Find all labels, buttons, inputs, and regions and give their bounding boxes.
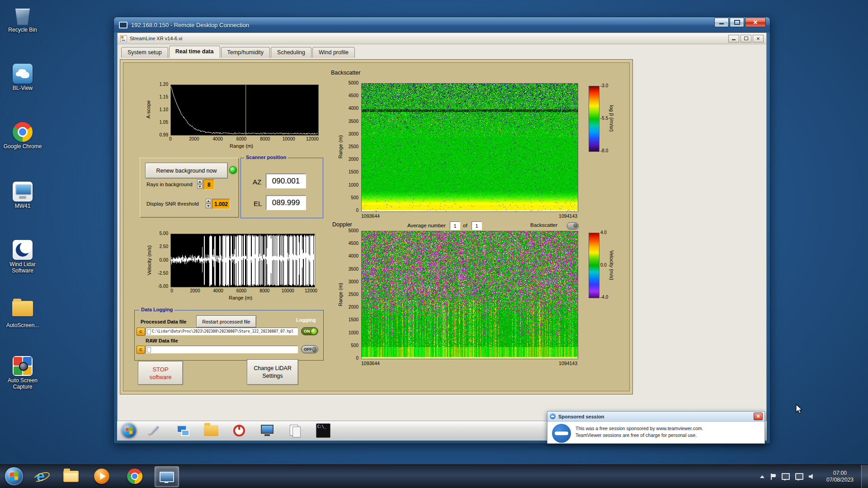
rdp-close-button[interactable]: ✕	[745, 18, 766, 27]
app-minimize-button[interactable]	[728, 35, 739, 42]
snr-threshold-value[interactable]: 1.002	[212, 199, 230, 209]
tab-wind-profile[interactable]: Wind profile	[312, 47, 355, 58]
axis-tick-label: 5000	[349, 81, 359, 85]
volume-tray-icon[interactable]	[809, 474, 815, 479]
desktop-icon-google-chrome[interactable]: Google Chrome	[1, 122, 44, 150]
taskbar-clock[interactable]: 07:00 07/08/2023	[821, 470, 859, 483]
of-label: of	[463, 223, 467, 228]
velocity-x-ticks: 020004000600080001000012000	[172, 288, 311, 294]
axis-tick-label: -5.5	[600, 116, 608, 121]
doppler-colorbar	[589, 233, 599, 298]
quick-launch-power-icon[interactable]	[233, 425, 245, 436]
axis-tick-label: 3500	[349, 119, 359, 124]
quick-launch-monitor-icon[interactable]	[260, 423, 274, 438]
teamviewer-message-line1: This was a free session sponsored by www…	[576, 426, 703, 431]
remote-start-button[interactable]	[122, 423, 137, 438]
bl-view-icon	[13, 64, 33, 84]
desktop-icon-bl-view[interactable]: BL-View	[1, 64, 44, 91]
tab-temp-humidity[interactable]: Temp/humidity	[221, 47, 270, 58]
rdp-minimize-button[interactable]	[714, 18, 729, 27]
axis-tick-label: 2.50	[160, 244, 168, 249]
desktop-icon-mw41[interactable]: MW41	[1, 182, 44, 209]
action-center-flag-icon[interactable]	[771, 474, 776, 480]
app-close-button[interactable]: ✕	[753, 35, 764, 42]
average-total-value[interactable]: 1	[472, 221, 482, 230]
axis-tick-label: 5000	[349, 229, 359, 233]
change-lidar-settings-button[interactable]: Change LiDAR Settings	[247, 359, 298, 385]
average-number-value[interactable]: 1	[450, 221, 460, 230]
taskbar-internet-explorer-icon[interactable]: e	[32, 467, 50, 485]
snr-threshold-label: Display SNR threshold	[146, 201, 199, 206]
processed-logging-toggle[interactable]: ON	[301, 327, 318, 335]
display-tray-icon[interactable]	[782, 473, 790, 480]
raw-logging-toggle[interactable]: OFF	[301, 345, 318, 353]
desktop-icon-recycle-bin[interactable]: Recycle Bin	[1, 5, 44, 33]
tab-real-time-data[interactable]: Real time data	[169, 46, 220, 58]
axis-tick-label: 4500	[349, 241, 359, 246]
processed-file-path: C:\Lidar\Data\Proc\2023\202308\20230807\…	[152, 329, 293, 333]
decrement-button[interactable]	[206, 204, 211, 208]
axis-tick-label: -2.50	[158, 271, 168, 276]
taskbar-media-player-icon[interactable]	[93, 467, 111, 485]
axis-tick-label: 1.10	[160, 108, 168, 112]
doppler-title: Doppler	[332, 221, 352, 228]
show-desktop-button[interactable]	[861, 465, 868, 488]
raw-file-path-field[interactable]	[146, 346, 298, 353]
quick-launch-network-icon[interactable]	[176, 423, 190, 438]
quick-launch-pen-icon[interactable]	[147, 423, 161, 438]
app-window: StreamLine XR v14-6.vi ✕ System setup Re…	[117, 33, 767, 421]
app-maximize-button[interactable]	[741, 35, 751, 42]
renew-background-button[interactable]: Renew background now	[145, 163, 228, 178]
axis-tick-label: 1.15	[160, 95, 168, 99]
x-end-label: 1094143	[559, 361, 577, 366]
increment-button[interactable]	[197, 179, 203, 184]
windows-taskbar: e 07:00 07/08/2023	[0, 465, 868, 488]
backscatter-toggle-label: Backscatter	[530, 222, 557, 228]
axis-tick-label: 2500	[349, 292, 359, 297]
show-hidden-icons-chevron[interactable]	[760, 475, 764, 478]
taskbar-chrome-icon[interactable]	[126, 467, 144, 485]
file-icon	[147, 329, 151, 334]
az-value: 090.001	[266, 174, 306, 188]
taskbar-explorer-icon[interactable]	[62, 467, 80, 485]
network-tray-icon[interactable]	[795, 473, 803, 480]
desktop-icon-autoscreen-folder[interactable]: AutoScreen...	[1, 298, 44, 328]
vi-icon	[120, 35, 127, 42]
quick-launch-files-icon[interactable]	[288, 423, 302, 438]
rdp-titlebar[interactable]: 192.168.0.150 - Remote Desktop Connectio…	[114, 17, 770, 33]
increment-button[interactable]	[206, 199, 211, 203]
axis-tick-label: 0.0	[600, 263, 607, 267]
processed-file-path-field[interactable]: C:\Lidar\Data\Proc\2023\202308\20230807\…	[146, 328, 298, 335]
teamviewer-close-button[interactable]: ✕	[754, 413, 763, 420]
drive-icon[interactable]: C	[137, 328, 145, 336]
axis-tick-label: 1.05	[160, 120, 168, 125]
axis-tick-label: 2000	[349, 305, 359, 310]
tab-scheduling[interactable]: Scheduling	[271, 47, 311, 58]
tab-system-setup[interactable]: System setup	[121, 47, 168, 58]
backscatter-display-toggle[interactable]	[567, 222, 579, 230]
stop-software-button[interactable]: STOP software	[138, 361, 183, 385]
axis-tick-label: 0	[356, 208, 359, 213]
settings-button-line2: Settings	[262, 372, 283, 380]
doppler-heatmap	[361, 231, 578, 359]
teamviewer-popup-titlebar[interactable]: Sponsored session ✕	[547, 412, 764, 422]
axis-tick-label: 1.20	[160, 82, 168, 87]
restart-processed-file-button[interactable]: Restart processed file	[196, 315, 256, 328]
start-button[interactable]	[5, 467, 23, 485]
desktop-icon-wind-lidar[interactable]: Wind Lidar Software	[1, 240, 44, 274]
decrement-button[interactable]	[197, 184, 203, 189]
x-end-label: 1094143	[559, 213, 577, 219]
desktop-icon-auto-screen-capture[interactable]: Auto Screen Capture	[1, 356, 44, 390]
chrome-icon	[13, 122, 33, 142]
rdp-window: 192.168.0.150 - Remote Desktop Connectio…	[113, 17, 770, 444]
app-titlebar[interactable]: StreamLine XR v14-6.vi ✕	[118, 33, 766, 44]
quick-launch-command-prompt-icon[interactable]: C:\_	[316, 423, 330, 438]
rdp-maximize-button[interactable]	[730, 18, 744, 27]
quick-launch-folder-icon[interactable]	[204, 425, 218, 436]
snr-spinner	[206, 199, 211, 208]
recycle-bin-icon	[14, 5, 32, 25]
drive-icon[interactable]: C	[137, 346, 145, 354]
axis-tick-label: 0	[356, 356, 359, 361]
rays-in-background-value[interactable]: 8	[203, 179, 214, 190]
taskbar-rdp-window-button[interactable]	[155, 466, 179, 487]
